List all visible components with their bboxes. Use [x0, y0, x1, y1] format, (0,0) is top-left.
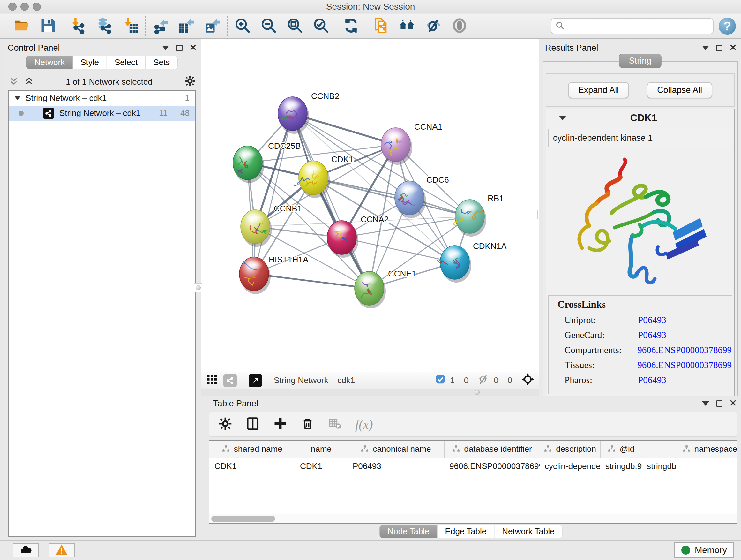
entry-collapse-icon[interactable] [559, 116, 566, 120]
tab-network[interactable]: Network [26, 56, 73, 69]
table-cell[interactable]: stringdb:9... [600, 458, 642, 475]
network-edge[interactable] [342, 238, 455, 262]
save-session-button[interactable] [40, 18, 56, 35]
table-cell[interactable]: CDK1 [209, 458, 295, 475]
string-settings-button[interactable] [451, 18, 468, 35]
delete-column-icon[interactable] [301, 417, 314, 432]
float-panel-icon[interactable] [716, 45, 723, 51]
selected-checkbox-icon[interactable] [435, 374, 446, 387]
zoom-in-button[interactable] [234, 18, 251, 35]
column-header-canonical-name[interactable]: canonical name [347, 441, 444, 458]
network-share-view-icon[interactable] [223, 374, 237, 387]
export-network-button[interactable] [152, 18, 169, 35]
panel-menu-icon[interactable] [702, 46, 709, 50]
show-columns-icon[interactable] [246, 417, 259, 432]
splitter-grip[interactable] [472, 389, 482, 395]
search-input[interactable] [565, 21, 709, 32]
column-header-name[interactable]: name [295, 441, 347, 458]
float-panel-icon[interactable] [176, 45, 183, 51]
table-cell[interactable]: 9606.ENSP00000378699 [444, 458, 540, 475]
network-node-ccnb2[interactable] [278, 97, 309, 134]
table-cell[interactable]: cyclin-dependent ... [540, 458, 600, 475]
collapse-all-networks-icon[interactable] [9, 76, 18, 87]
column-header-shared-name[interactable]: shared name [209, 441, 295, 458]
node-label: CCNB1 [274, 204, 302, 213]
add-column-icon[interactable] [273, 417, 287, 432]
clone-network-button[interactable] [373, 18, 389, 35]
tab-string[interactable]: String [619, 54, 662, 68]
import-table-button[interactable] [122, 18, 138, 35]
panel-menu-icon[interactable] [702, 401, 709, 406]
tab-edge-table[interactable]: Edge Table [437, 524, 495, 538]
crosslink-value-link[interactable]: 9606.ENSP00000378699 [637, 360, 732, 370]
table-cell[interactable]: stringdb [642, 458, 737, 475]
control-panel-title: Control Panel [8, 43, 60, 53]
export-image-button[interactable] [204, 18, 221, 35]
warnings-button[interactable] [49, 543, 75, 557]
grid-view-icon[interactable] [206, 374, 218, 387]
table-settings-gear-icon[interactable] [219, 417, 232, 432]
column-header-database-identifier[interactable]: database identifier [444, 441, 540, 458]
network-node-cdk1[interactable] [294, 161, 330, 198]
collection-expand-icon[interactable] [15, 97, 20, 100]
zoom-fit-button[interactable] [286, 18, 303, 35]
network-row[interactable]: String Network – cdk1 11 48 [9, 106, 195, 121]
network-collection-row[interactable]: String Network – cdk1 1 [9, 91, 195, 106]
close-panel-icon[interactable] [730, 399, 737, 409]
network-edge[interactable] [254, 274, 369, 288]
zoom-out-button[interactable] [260, 18, 277, 35]
toolbar-search[interactable] [551, 18, 714, 34]
column-header-namespace[interactable]: namespace [642, 441, 737, 458]
tab-node-table[interactable]: Node Table [380, 524, 437, 538]
float-panel-icon[interactable] [716, 400, 723, 407]
network-node-ccne1[interactable] [354, 271, 386, 308]
crosslink-value-link[interactable]: P06493 [638, 330, 666, 340]
scrollbar-thumb[interactable] [211, 516, 275, 522]
open-in-new-window-icon[interactable] [249, 374, 262, 387]
open-session-button[interactable] [13, 18, 30, 35]
tab-sets[interactable]: Sets [145, 56, 178, 69]
import-network-file-button[interactable] [70, 18, 86, 35]
panel-menu-icon[interactable] [162, 46, 169, 50]
network-node-ccna1[interactable] [381, 128, 412, 165]
table-cell[interactable]: P06493 [347, 458, 444, 475]
function-builder-button[interactable]: f(x) [355, 417, 373, 432]
table-row[interactable]: CDK1CDK1P064939606.ENSP00000378699cyclin… [209, 458, 737, 475]
apply-layout-button[interactable] [343, 18, 359, 35]
string-home-button[interactable] [399, 18, 415, 35]
help-button[interactable]: ? [719, 17, 736, 35]
crosslink-value-link[interactable]: 9606.ENSP00000378699 [637, 345, 732, 355]
tab-style[interactable]: Style [73, 56, 107, 69]
birds-eye-view-icon[interactable] [522, 373, 534, 388]
close-panel-icon[interactable] [730, 43, 737, 53]
tab-network-table[interactable]: Network Table [494, 524, 562, 538]
enhanced-labels-button[interactable] [425, 18, 442, 35]
refresh-arrows-icon [343, 17, 359, 35]
folder-open-icon [13, 17, 30, 35]
network-options-gear-icon[interactable] [185, 76, 195, 88]
column-header--id[interactable]: @id [600, 441, 642, 458]
network-node-ccna2[interactable] [327, 221, 358, 258]
network-view-canvas[interactable]: CCNB2CCNA1CDC25BCDK1CDC6RB1CCNB1CCNA2CDK… [201, 39, 539, 372]
crosslink-value-link[interactable]: P06493 [638, 375, 666, 385]
delete-table-icon[interactable] [328, 417, 341, 431]
network-node-cdc6[interactable] [395, 181, 426, 218]
zoom-selected-button[interactable] [313, 18, 329, 35]
network-node-cdc25b[interactable] [233, 146, 264, 183]
column-header-description[interactable]: description [540, 441, 600, 458]
hidden-eye-icon[interactable] [478, 374, 489, 387]
tab-select[interactable]: Select [107, 56, 145, 69]
collapse-all-button[interactable]: Collapse All [647, 82, 712, 98]
table-cell[interactable]: CDK1 [295, 458, 347, 475]
export-table-button[interactable] [178, 18, 195, 35]
network-node-hist1h1a[interactable] [239, 257, 271, 294]
expand-all-networks-icon[interactable] [24, 76, 34, 87]
memory-button[interactable]: Memory [674, 543, 734, 558]
import-network-from-database-button[interactable] [96, 18, 112, 35]
close-panel-icon[interactable] [190, 43, 197, 53]
cloud-status-button[interactable] [13, 543, 39, 557]
crosslink-value-link[interactable]: P06493 [638, 315, 666, 325]
table-horizontal-scrollbar[interactable] [209, 514, 737, 523]
expand-all-button[interactable]: Expand All [568, 82, 629, 98]
splitter-grip[interactable] [194, 283, 202, 292]
